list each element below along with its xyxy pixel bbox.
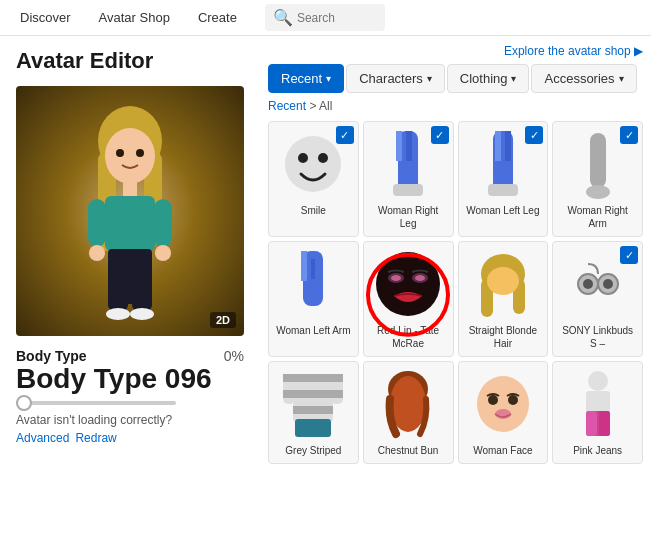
avatar-svg (70, 101, 190, 321)
search-input[interactable] (297, 11, 377, 25)
svg-point-4 (116, 149, 124, 157)
item-label: SONY Linkbuds S – (559, 324, 636, 350)
list-item[interactable]: ✓ Woman Right Leg (363, 121, 454, 237)
item-thumbnail (562, 128, 634, 200)
list-item[interactable]: Chestnut Bun (363, 361, 454, 464)
svg-point-17 (285, 136, 341, 192)
svg-rect-55 (331, 390, 343, 398)
item-thumbnail (562, 248, 634, 320)
body-type-percent: 0% (224, 348, 244, 364)
svg-point-16 (130, 308, 154, 320)
svg-rect-31 (301, 251, 307, 281)
svg-rect-67 (599, 411, 610, 436)
body-type-value: Body Type 096 (16, 364, 244, 395)
svg-rect-22 (406, 131, 412, 161)
svg-rect-27 (488, 184, 518, 196)
svg-point-18 (298, 153, 308, 163)
item-thumbnail (277, 368, 349, 440)
list-item[interactable]: Woman Face (458, 361, 549, 464)
list-item[interactable]: ✓ SONY Linkbuds S – (552, 241, 643, 357)
nav-discover[interactable]: Discover (16, 2, 75, 33)
svg-point-60 (488, 395, 498, 405)
svg-point-33 (376, 252, 440, 316)
svg-point-59 (477, 376, 529, 432)
items-grid: ✓ Smile ✓ (268, 121, 643, 464)
svg-point-36 (391, 275, 401, 281)
list-item[interactable]: Red Lip - Tate McRae (363, 241, 454, 357)
tab-characters[interactable]: Characters ▾ (346, 64, 445, 93)
item-thumbnail (467, 248, 539, 320)
svg-point-29 (586, 185, 610, 199)
advanced-button[interactable]: Advanced (16, 431, 69, 445)
svg-rect-49 (293, 406, 333, 414)
loading-message: Avatar isn't loading correctly? (16, 413, 244, 427)
item-label: Pink Jeans (573, 444, 622, 457)
nav-avatar-shop[interactable]: Avatar Shop (95, 2, 174, 33)
breadcrumb: Recent > All (268, 99, 643, 113)
item-thumbnail (467, 128, 539, 200)
svg-rect-54 (331, 374, 343, 382)
item-label: Straight Blonde Hair (465, 324, 542, 350)
tabs-bar: Recent ▾ Characters ▾ Clothing ▾ Accesso… (268, 64, 643, 93)
avatar-preview: 2D (16, 86, 244, 336)
tab-recent-label: Recent (281, 71, 322, 86)
item-thumbnail (467, 368, 539, 440)
left-panel: Avatar Editor (0, 36, 260, 547)
svg-point-3 (105, 128, 155, 184)
svg-rect-51 (283, 374, 295, 382)
svg-rect-56 (295, 419, 331, 437)
svg-rect-13 (108, 261, 128, 311)
tab-recent[interactable]: Recent ▾ (268, 64, 344, 93)
tab-characters-label: Characters (359, 71, 423, 86)
slider-thumb[interactable] (16, 395, 32, 411)
svg-point-63 (588, 371, 608, 391)
svg-point-19 (318, 153, 328, 163)
top-navigation: Discover Avatar Shop Create 🔍 (0, 0, 651, 36)
search-icon: 🔍 (273, 8, 293, 27)
svg-rect-48 (293, 390, 333, 398)
right-panel: Explore the avatar shop ▶ Recent ▾ Chara… (260, 36, 651, 547)
list-item[interactable]: ✓ Woman Left Leg (458, 121, 549, 237)
svg-rect-6 (123, 181, 137, 197)
svg-rect-32 (311, 259, 315, 279)
body-type-row: Body Type 0% (16, 348, 244, 364)
nav-create[interactable]: Create (194, 2, 241, 33)
breadcrumb-parent[interactable]: Recent (268, 99, 306, 113)
svg-rect-21 (396, 131, 402, 161)
svg-rect-28 (590, 133, 606, 188)
list-item[interactable]: Straight Blonde Hair (458, 241, 549, 357)
slider-track (16, 401, 176, 405)
svg-point-45 (603, 279, 613, 289)
page-title: Avatar Editor (16, 48, 153, 74)
item-thumbnail (372, 128, 444, 200)
svg-point-41 (487, 267, 519, 295)
svg-rect-7 (105, 196, 155, 251)
item-label: Woman Right Arm (559, 204, 636, 230)
breadcrumb-current: All (319, 99, 332, 113)
explore-link[interactable]: Explore the avatar shop ▶ (268, 44, 643, 58)
list-item[interactable]: Woman Left Arm (268, 241, 359, 357)
svg-point-37 (415, 275, 425, 281)
item-thumbnail (372, 248, 444, 320)
redraw-button[interactable]: Redraw (75, 431, 116, 445)
svg-point-43 (583, 279, 593, 289)
list-item[interactable]: ✓ Smile (268, 121, 359, 237)
list-item[interactable]: Pink Jeans (552, 361, 643, 464)
chevron-down-icon: ▾ (511, 73, 516, 84)
list-item[interactable]: Grey Striped (268, 361, 359, 464)
tab-accessories[interactable]: Accessories ▾ (531, 64, 636, 93)
svg-rect-25 (495, 131, 501, 161)
item-label: Red Lip - Tate McRae (370, 324, 447, 350)
item-thumbnail (372, 368, 444, 440)
svg-rect-47 (293, 374, 333, 382)
svg-point-61 (508, 395, 518, 405)
chevron-down-icon: ▾ (326, 73, 331, 84)
svg-point-5 (136, 149, 144, 157)
svg-rect-23 (393, 184, 423, 196)
svg-point-10 (89, 245, 105, 261)
list-item[interactable]: ✓ Woman Right Arm (552, 121, 643, 237)
item-label: Woman Right Leg (370, 204, 447, 230)
item-label: Grey Striped (285, 444, 341, 457)
tab-clothing[interactable]: Clothing ▾ (447, 64, 530, 93)
svg-rect-9 (154, 199, 172, 247)
